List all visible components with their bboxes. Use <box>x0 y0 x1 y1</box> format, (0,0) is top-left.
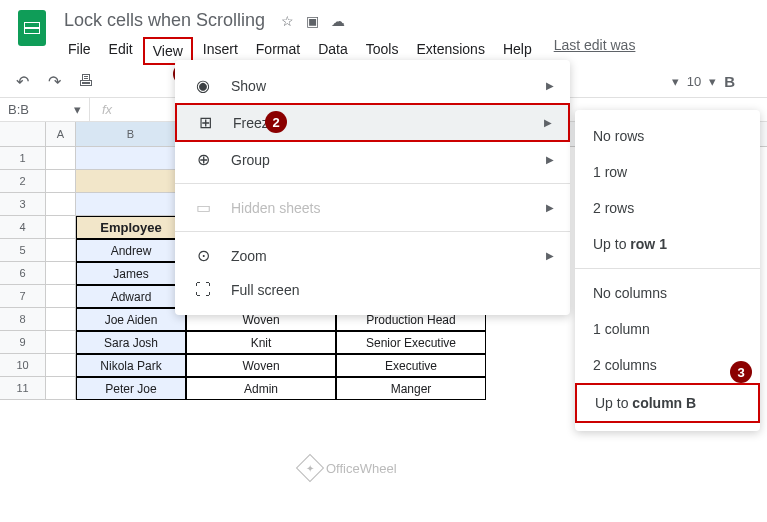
cell[interactable]: Sara Josh <box>76 331 186 354</box>
annotation-marker-3: 3 <box>730 361 752 383</box>
row-header[interactable]: 3 <box>0 193 46 216</box>
cell[interactable]: James <box>76 262 186 285</box>
cell[interactable] <box>46 193 76 216</box>
font-size-value[interactable]: 10 <box>687 74 701 89</box>
menu-file[interactable]: File <box>60 37 99 65</box>
zoom-icon: ⊙ <box>191 246 215 265</box>
name-box[interactable]: B:B▾ <box>0 98 90 121</box>
col-header-b[interactable]: B <box>76 122 186 146</box>
row-header[interactable]: 6 <box>0 262 46 285</box>
print-icon[interactable]: 🖶 <box>76 71 96 91</box>
col-header-a[interactable]: A <box>46 122 76 146</box>
cell[interactable] <box>46 285 76 308</box>
cell[interactable]: Manger <box>336 377 486 400</box>
cell[interactable]: Adward <box>76 285 186 308</box>
row-header[interactable]: 11 <box>0 377 46 400</box>
freeze-no-rows[interactable]: No rows <box>575 118 760 154</box>
menu-group[interactable]: ⊕Group▶ <box>175 142 570 177</box>
group-icon: ⊕ <box>191 150 215 169</box>
move-icon[interactable]: ▣ <box>306 13 319 29</box>
menu-edit[interactable]: Edit <box>101 37 141 65</box>
annotation-marker-2: 2 <box>265 111 287 133</box>
freeze-icon: ⊞ <box>193 113 217 132</box>
cell[interactable] <box>46 239 76 262</box>
freeze-submenu: No rows 1 row 2 rows Up to row 1 No colu… <box>575 110 760 431</box>
view-dropdown-menu: ◉Show▶ ⊞Freeze 2 ▶ ⊕Group▶ ▭Hidden sheet… <box>175 60 570 315</box>
menu-zoom[interactable]: ⊙Zoom▶ <box>175 238 570 273</box>
menu-freeze[interactable]: ⊞Freeze 2 ▶ <box>175 103 570 142</box>
cell[interactable]: Peter Joe <box>76 377 186 400</box>
separator <box>175 231 570 232</box>
row-header[interactable]: 8 <box>0 308 46 331</box>
cell[interactable]: Admin <box>186 377 336 400</box>
freeze-1-row[interactable]: 1 row <box>575 154 760 190</box>
chevron-right-icon: ▶ <box>544 117 552 128</box>
cell[interactable] <box>46 216 76 239</box>
cell[interactable] <box>76 170 186 193</box>
separator <box>175 183 570 184</box>
sheets-logo[interactable] <box>12 8 52 48</box>
row-header[interactable]: 9 <box>0 331 46 354</box>
cell[interactable] <box>46 170 76 193</box>
cell[interactable] <box>46 377 76 400</box>
menu-fullscreen[interactable]: ⛶Full screen <box>175 273 570 307</box>
eye-icon: ◉ <box>191 76 215 95</box>
bold-button[interactable]: B <box>724 73 735 90</box>
font-size-caret[interactable]: ▾ <box>709 74 716 89</box>
cloud-icon[interactable]: ☁ <box>331 13 345 29</box>
cell[interactable] <box>76 193 186 216</box>
cell[interactable] <box>46 262 76 285</box>
header: Lock cells when Scrolling ☆ ▣ ☁ File Edi… <box>0 0 767 65</box>
separator <box>575 268 760 269</box>
chevron-right-icon: ▶ <box>546 80 554 91</box>
freeze-1-column[interactable]: 1 column <box>575 311 760 347</box>
row-header[interactable]: 2 <box>0 170 46 193</box>
row-header[interactable]: 10 <box>0 354 46 377</box>
cell[interactable] <box>46 354 76 377</box>
cell[interactable]: Employee <box>76 216 186 239</box>
cell[interactable]: Knit <box>186 331 336 354</box>
cell[interactable] <box>46 308 76 331</box>
watermark: ✦ OfficeWheel <box>300 458 397 478</box>
row-header[interactable]: 5 <box>0 239 46 262</box>
cell[interactable]: Executive <box>336 354 486 377</box>
fx-label: fx <box>90 98 124 121</box>
hidden-icon: ▭ <box>191 198 215 217</box>
document-title[interactable]: Lock cells when Scrolling <box>60 8 269 33</box>
freeze-no-columns[interactable]: No columns <box>575 275 760 311</box>
cell[interactable]: Woven <box>186 354 336 377</box>
chevron-right-icon: ▶ <box>546 202 554 213</box>
fullscreen-icon: ⛶ <box>191 281 215 299</box>
freeze-up-to-row[interactable]: Up to row 1 <box>575 226 760 262</box>
cell[interactable] <box>76 147 186 170</box>
select-all-cell[interactable] <box>0 122 46 146</box>
chevron-right-icon: ▶ <box>546 154 554 165</box>
redo-icon[interactable]: ↷ <box>44 71 64 91</box>
watermark-icon: ✦ <box>296 454 324 482</box>
chevron-right-icon: ▶ <box>546 250 554 261</box>
row-header[interactable]: 7 <box>0 285 46 308</box>
cell[interactable] <box>46 147 76 170</box>
menu-hidden-sheets: ▭Hidden sheets▶ <box>175 190 570 225</box>
star-icon[interactable]: ☆ <box>281 13 294 29</box>
row-header[interactable]: 4 <box>0 216 46 239</box>
cell[interactable]: Andrew <box>76 239 186 262</box>
cell[interactable]: Joe Aiden <box>76 308 186 331</box>
row-header[interactable]: 1 <box>0 147 46 170</box>
cell[interactable]: Senior Executive <box>336 331 486 354</box>
cell[interactable] <box>46 331 76 354</box>
freeze-up-to-column[interactable]: Up to column B 3 <box>575 383 760 423</box>
cell[interactable]: Nikola Park <box>76 354 186 377</box>
undo-icon[interactable]: ↶ <box>12 71 32 91</box>
freeze-2-rows[interactable]: 2 rows <box>575 190 760 226</box>
font-size-dropdown[interactable]: ▾ <box>672 74 679 89</box>
menu-show[interactable]: ◉Show▶ <box>175 68 570 103</box>
